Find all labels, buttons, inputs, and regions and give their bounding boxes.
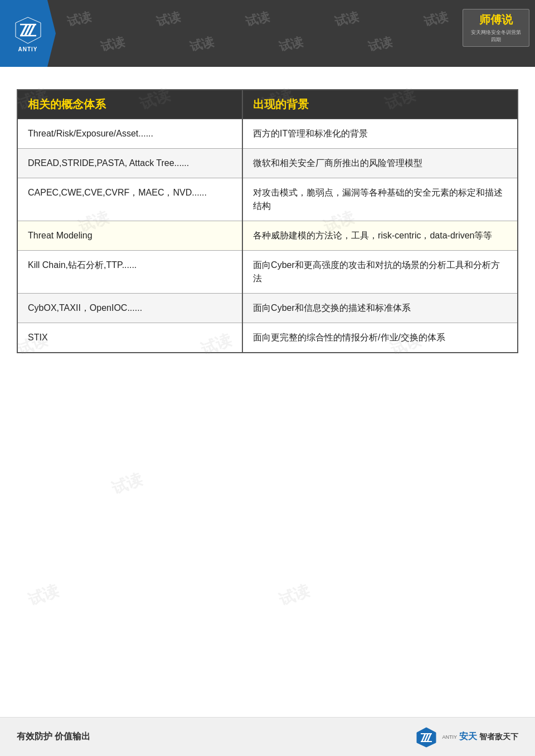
- header-wm-9: 试读: [366, 33, 394, 56]
- header-wm-8: 试读: [277, 33, 305, 56]
- table-row: CybOX,TAXII，OpenIOC......面向Cyber和信息交换的描述…: [17, 294, 518, 323]
- header-wm-2: 试读: [154, 8, 182, 31]
- table-cell-right: 微软和相关安全厂商所推出的风险管理模型: [242, 149, 518, 178]
- header-wm-6: 试读: [99, 33, 127, 56]
- table-cell-right: 西方的IT管理和标准化的背景: [242, 119, 518, 149]
- header-wm-4: 试读: [333, 8, 361, 31]
- table-row: Threat Modeling各种威胁建模的方法论，工具，risk-centri…: [17, 221, 518, 251]
- table-cell-left: Threat Modeling: [17, 221, 242, 251]
- page-watermark-12: 试读: [276, 581, 313, 611]
- table-cell-right: 面向更完整的综合性的情报分析/作业/交换的体系: [242, 323, 518, 353]
- col1-header: 相关的概念体系: [17, 90, 242, 119]
- header-right-logo: 师傅说 安天网络安全冬训营第四期: [463, 6, 529, 50]
- table-row: STIX面向更完整的综合性的情报分析/作业/交换的体系: [17, 323, 518, 353]
- antiy-logo-icon: [13, 14, 43, 45]
- concept-table: 相关的概念体系 出现的背景 Threat/Risk/Exposure/Asset…: [17, 89, 518, 353]
- logo-text: ANTIY: [18, 46, 38, 52]
- header-logo: ANTIY: [0, 0, 56, 67]
- page-watermark-10: 试读: [109, 469, 145, 500]
- col2-header: 出现的背景: [242, 90, 518, 119]
- table-cell-left: Kill Chain,钻石分析,TTP......: [17, 251, 242, 294]
- footer-logo-main: 安天: [459, 731, 477, 743]
- table-row: Threat/Risk/Exposure/Asset......西方的IT管理和…: [17, 119, 518, 149]
- header: 试读 试读 试读 试读 试读 试读 试读 试读 试读 ANTIY 师傅说 安天网…: [0, 0, 535, 67]
- footer-logo-icon: [415, 726, 437, 748]
- table-cell-right: 各种威胁建模的方法论，工具，risk-centric，data-driven等等: [242, 221, 518, 251]
- table-cell-left: CybOX,TAXII，OpenIOC......: [17, 294, 242, 323]
- table-row: DREAD,STRIDE,PASTA, Attack Tree......微软和…: [17, 149, 518, 178]
- footer-slogan: 有效防护 价值输出: [17, 731, 90, 743]
- table-row: CAPEC,CWE,CVE,CVRF，MAEC，NVD......对攻击模式，脆…: [17, 178, 518, 221]
- table-cell-right: 对攻击模式，脆弱点，漏洞等各种基础的安全元素的标定和描述结构: [242, 178, 518, 221]
- header-brand-title: 师傅说: [469, 12, 523, 27]
- header-brand-subtitle: 安天网络安全冬训营第四期: [469, 29, 523, 43]
- header-wm-7: 试读: [188, 33, 216, 56]
- page-watermark-11: 试读: [25, 581, 62, 611]
- header-watermarks: 试读 试读 试读 试读 试读 试读 试读 试读 试读: [0, 0, 535, 67]
- table-cell-right: 面向Cyber和信息交换的描述和标准体系: [242, 294, 518, 323]
- footer: 有效防护 价值输出 ANTIY 安天 智者敌天下: [0, 717, 535, 756]
- header-wm-3: 试读: [244, 8, 271, 31]
- header-brand-box: 师傅说 安天网络安全冬训营第四期: [463, 9, 529, 47]
- table-cell-left: CAPEC,CWE,CVE,CVRF，MAEC，NVD......: [17, 178, 242, 221]
- header-wm-1: 试读: [65, 8, 93, 31]
- table-cell-left: DREAD,STRIDE,PASTA, Attack Tree......: [17, 149, 242, 178]
- main-content: 相关的概念体系 出现的背景 Threat/Risk/Exposure/Asset…: [0, 67, 535, 370]
- table-cell-right: 面向Cyber和更高强度的攻击和对抗的场景的分析工具和分析方法: [242, 251, 518, 294]
- header-wm-5: 试读: [422, 8, 450, 31]
- footer-logo-texts: ANTIY 安天 智者敌天下: [442, 731, 518, 743]
- table-row: Kill Chain,钻石分析,TTP......面向Cyber和更高强度的攻击…: [17, 251, 518, 294]
- table-cell-left: Threat/Risk/Exposure/Asset......: [17, 119, 242, 149]
- footer-brand-name: ANTIY: [442, 734, 457, 740]
- table-cell-left: STIX: [17, 323, 242, 353]
- footer-logo-slogan: 智者敌天下: [479, 732, 518, 742]
- footer-logo: ANTIY 安天 智者敌天下: [415, 726, 518, 748]
